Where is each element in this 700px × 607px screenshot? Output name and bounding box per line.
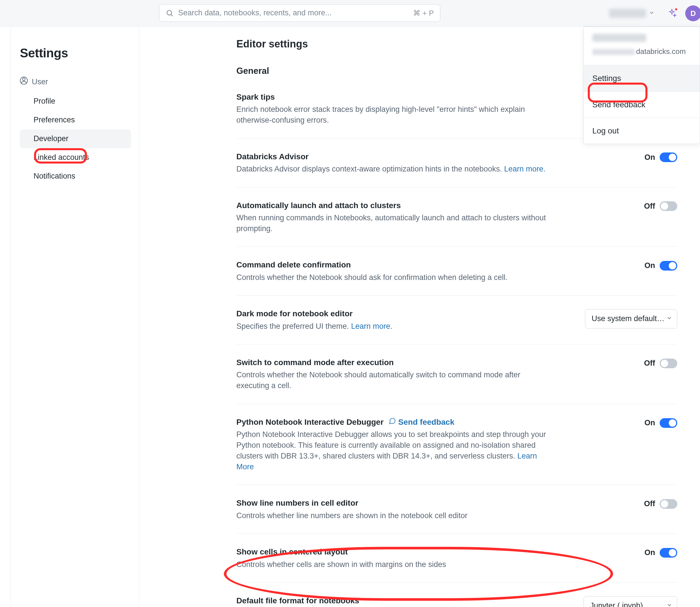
setting-title: Automatically launch and attach to clust… — [236, 200, 552, 211]
setting-py-debugger: Python Notebook Interactive Debugger Sen… — [236, 417, 677, 485]
setting-default-format: Default file format for notebooks IPYNB … — [236, 595, 677, 607]
dropdown-email-suffix: databricks.com — [636, 47, 686, 56]
setting-title: Switch to command mode after execution — [236, 357, 552, 368]
dropdown-item-send-feedback[interactable]: Send feedback — [584, 91, 700, 118]
setting-title: Dark mode for notebook editor — [236, 308, 392, 319]
select-dark-mode[interactable]: Use system default… — [585, 309, 677, 329]
user-icon — [20, 77, 28, 88]
user-menu-button[interactable] — [605, 6, 659, 21]
setting-title: Show cells in centered layout — [236, 546, 446, 557]
svg-line-1 — [171, 15, 173, 16]
dropdown-item-label: Log out — [592, 126, 619, 135]
dropdown-user-email: databricks.com — [592, 46, 691, 57]
chat-icon — [388, 417, 396, 427]
dropdown-user-name-redacted — [592, 34, 646, 42]
chevron-down-icon — [666, 313, 673, 324]
setting-desc: Controls whether cells are shown in with… — [236, 559, 446, 570]
avatar[interactable]: D — [685, 5, 700, 21]
setting-desc: Databricks Advisor displays context-awar… — [236, 164, 545, 174]
search-shortcut: ⌘ + P — [413, 8, 434, 18]
toggle-centered-layout[interactable] — [660, 548, 677, 558]
setting-desc: Controls whether the Notebook should aut… — [236, 370, 552, 391]
toggle-state-label: Off — [644, 499, 655, 509]
sparkle-icon[interactable] — [667, 8, 677, 18]
sidebar-item-developer[interactable]: Developer — [20, 129, 131, 148]
chevron-down-icon — [666, 601, 673, 607]
setting-desc-text: Specifies the preferred UI theme. — [236, 322, 351, 331]
select-value: Use system default… — [592, 314, 664, 323]
toggle-state-label: On — [645, 547, 655, 558]
svg-point-0 — [167, 11, 172, 15]
toggle-state-label: On — [645, 260, 655, 271]
dropdown-item-settings[interactable]: Settings — [584, 65, 700, 91]
setting-desc-text: Python Notebook Interactive Debugger all… — [236, 430, 546, 460]
setting-title: Python Notebook Interactive Debugger Sen… — [236, 417, 552, 427]
setting-line-numbers: Show line numbers in cell editor Control… — [236, 497, 677, 534]
setting-desc: Enrich notebook error stack traces by di… — [236, 104, 552, 126]
toggle-auto-attach[interactable] — [660, 201, 677, 211]
toggle-state-label: On — [645, 152, 655, 163]
toggle-state-label: Off — [644, 358, 655, 369]
setting-title: Default file format for notebooks — [236, 595, 486, 606]
setting-centered-layout: Show cells in centered layout Controls w… — [236, 546, 677, 583]
learn-more-link[interactable]: Learn more. — [504, 165, 545, 173]
toggle-cmd-delete[interactable] — [660, 261, 677, 271]
setting-cmd-mode-after-exec: Switch to command mode after execution C… — [236, 357, 677, 404]
toggle-state-label: On — [645, 418, 655, 428]
toggle-py-debugger[interactable] — [660, 418, 677, 428]
toggle-cmd-mode-after-exec[interactable] — [660, 359, 677, 368]
setting-desc: Controls whether line numbers are shown … — [236, 510, 467, 521]
setting-desc: Specifies the preferred UI theme. Learn … — [236, 321, 392, 332]
search-placeholder: Search data, notebooks, recents, and mor… — [178, 8, 332, 18]
setting-desc-text: Databricks Advisor displays context-awar… — [236, 165, 504, 173]
search-icon — [166, 9, 174, 17]
setting-desc: When running commands in Notebooks, auto… — [236, 213, 552, 234]
toggle-advisor[interactable] — [660, 152, 677, 162]
sidebar-item-profile[interactable]: Profile — [20, 92, 131, 111]
setting-dark-mode: Dark mode for notebook editor Specifies … — [236, 308, 677, 344]
sidebar-item-label: Linked accounts — [34, 153, 89, 162]
topbar-right: D — [605, 0, 700, 27]
sidebar-item-label: Developer — [34, 134, 68, 143]
setting-desc: Controls whether the Notebook should ask… — [236, 272, 508, 283]
sidebar-item-notifications[interactable]: Notifications — [20, 167, 131, 186]
toggle-line-numbers[interactable] — [660, 499, 677, 509]
user-name-redacted — [609, 9, 646, 18]
send-feedback-link[interactable]: Send feedback — [388, 417, 455, 427]
sidebar-item-label: Notifications — [34, 172, 75, 180]
dropdown-header: databricks.com — [584, 27, 700, 65]
setting-title: Databricks Advisor — [236, 151, 545, 162]
dropdown-email-prefix-redacted — [592, 49, 635, 55]
chevron-down-icon — [649, 8, 655, 19]
sidebar-item-label: Profile — [34, 97, 55, 105]
setting-title: Show line numbers in cell editor — [236, 497, 467, 508]
sidebar-section-user: User — [20, 74, 131, 90]
svg-point-2 — [22, 78, 25, 80]
setting-title: Command delete confirmation — [236, 259, 508, 270]
send-feedback-label: Send feedback — [398, 417, 455, 427]
setting-title-text: Python Notebook Interactive Debugger — [236, 418, 383, 426]
toggle-state-label: Off — [644, 201, 655, 212]
setting-cmd-delete: Command delete confirmation Controls whe… — [236, 259, 677, 296]
dropdown-item-log-out[interactable]: Log out — [584, 118, 700, 144]
dropdown-item-label: Send feedback — [592, 100, 645, 109]
sidebar-item-label: Preferences — [34, 116, 75, 124]
learn-more-link[interactable]: Learn more. — [351, 322, 393, 331]
sidebar-item-preferences[interactable]: Preferences — [20, 111, 131, 129]
search-input[interactable]: Search data, notebooks, recents, and mor… — [159, 4, 440, 22]
user-dropdown: databricks.com Settings Send feedback Lo… — [583, 27, 700, 144]
sidebar-section-label: User — [32, 77, 48, 87]
dropdown-item-label: Settings — [592, 74, 621, 83]
notification-dot-icon — [675, 8, 677, 11]
avatar-initial: D — [691, 8, 696, 18]
select-default-format[interactable]: Jupyter (.ipynb) — [583, 596, 677, 607]
sidebar-item-linked-accounts[interactable]: Linked accounts — [20, 148, 131, 167]
topbar: Search data, notebooks, recents, and mor… — [0, 0, 700, 27]
setting-desc: Python Notebook Interactive Debugger all… — [236, 429, 552, 472]
page-title: Settings — [20, 44, 131, 62]
setting-title: Spark tips — [236, 91, 552, 103]
select-value: Jupyter (.ipynb) — [590, 601, 643, 607]
left-rail — [0, 27, 11, 607]
setting-advisor: Databricks Advisor Databricks Advisor di… — [236, 151, 677, 187]
setting-auto-attach: Automatically launch and attach to clust… — [236, 200, 677, 247]
